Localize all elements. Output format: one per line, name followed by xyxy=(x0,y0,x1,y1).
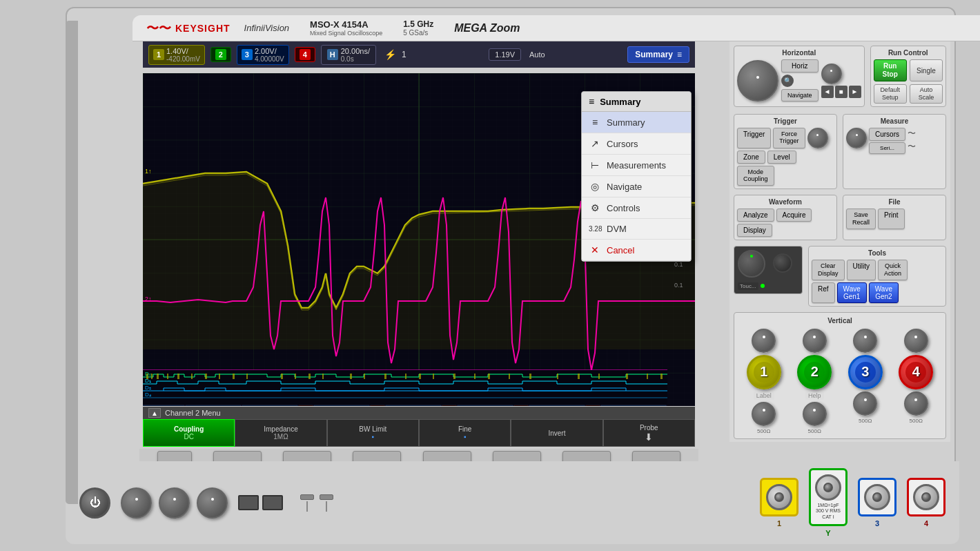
acquire-button[interactable]: Acquire xyxy=(776,209,812,222)
display-intensity-knob[interactable] xyxy=(738,250,765,278)
auto-scale-button[interactable]: Auto Scale xyxy=(910,84,943,104)
coupling-softkey[interactable]: Coupling DC xyxy=(143,419,235,447)
ch3-volt-knob[interactable] xyxy=(853,329,877,353)
measure-knob[interactable] xyxy=(846,128,867,148)
menu-header-title: Summary xyxy=(600,97,640,107)
bnc-ch2-label: Y xyxy=(825,529,830,537)
svg-rect-48 xyxy=(514,405,528,406)
channel-menu-bar: ▲ Channel 2 Menu xyxy=(143,407,695,419)
ch1-vertical: 1 Label 500Ω xyxy=(747,329,781,434)
wave-gen1-button[interactable]: WaveGen1 xyxy=(837,282,867,303)
bnc-ch2-spec: 1MΩ=1pF300 V RMSCAT I xyxy=(816,503,841,520)
run-stop-button[interactable]: Run Stop xyxy=(874,59,907,81)
scroll-up-button[interactable]: ▲ xyxy=(148,408,161,418)
horiz-knob[interactable] xyxy=(737,60,778,102)
horiz-run-row: Horizontal Horiz 🔍 Navigate xyxy=(729,41,950,111)
bnc-ch3[interactable] xyxy=(858,478,896,516)
svg-rect-40 xyxy=(186,405,241,406)
ch3-channel-button[interactable]: 3 xyxy=(848,355,883,389)
usb-port-2[interactable] xyxy=(262,495,283,510)
bnc-ch1[interactable] xyxy=(760,478,798,516)
display-knob-2[interactable] xyxy=(773,253,792,273)
navigate-button[interactable]: Navigate xyxy=(781,89,819,102)
search-button[interactable]: 🔍 xyxy=(781,75,794,87)
ch2-channel-button[interactable]: 2 xyxy=(797,355,832,389)
mini-scope-display: Touc... xyxy=(734,246,803,294)
zoom-knob[interactable] xyxy=(821,64,842,84)
horizontal-section: Horizontal Horiz 🔍 Navigate xyxy=(734,46,865,107)
level-button[interactable]: Level xyxy=(767,151,796,164)
ch3-pos-knob[interactable] xyxy=(853,392,877,416)
horiz-button[interactable]: Horiz xyxy=(781,59,819,72)
ref-button[interactable]: Ref xyxy=(812,282,835,303)
horiz-indicator[interactable]: H 20.00ns/ 0.0s xyxy=(321,45,376,65)
menu-item-navigate[interactable]: ◎ Navigate xyxy=(582,176,691,197)
utility-button[interactable]: Utility xyxy=(847,260,876,280)
file-buttons: SaveRecall Print xyxy=(846,209,943,229)
menu-item-controls[interactable]: ⚙ Controls xyxy=(582,197,691,219)
ch1-volt-knob[interactable] xyxy=(752,329,776,353)
nav-stop-icon[interactable]: ■ xyxy=(835,86,847,98)
invert-softkey[interactable]: Invert xyxy=(511,419,602,447)
wave-gen2-button[interactable]: WaveGen2 xyxy=(869,282,899,303)
bnc-ch2[interactable]: 1MΩ=1pF300 V RMSCAT I xyxy=(809,468,847,526)
ch4-indicator[interactable]: 4 xyxy=(295,47,315,62)
menu-item-summary[interactable]: ≡ Summary xyxy=(582,112,691,133)
ch3-indicator[interactable]: 3 2.00V/ 4.00000V xyxy=(237,45,289,65)
svg-rect-47 xyxy=(458,405,513,406)
save-recall-button[interactable]: SaveRecall xyxy=(846,209,876,229)
ch4-volt-knob[interactable] xyxy=(904,329,928,353)
print-button[interactable]: Print xyxy=(878,209,905,229)
touch-button[interactable]: Touc... xyxy=(738,282,758,290)
tools-section-title: Tools xyxy=(812,249,943,257)
menu-item-cursors[interactable]: ↗ Cursors xyxy=(582,133,691,155)
menu-item-cancel[interactable]: ✕ Cancel xyxy=(582,240,691,261)
quick-action-button[interactable]: QuickAction xyxy=(878,260,908,280)
probe-softkey[interactable]: Probe ⬇ xyxy=(603,419,695,447)
menu-item-measurements[interactable]: ⊢ Measurements xyxy=(582,155,691,176)
summary-button[interactable]: Summary ≡ xyxy=(627,46,689,63)
impedance-softkey[interactable]: Impedance 1MΩ xyxy=(235,419,326,447)
ch1-indicator[interactable]: 1 1.40V/ -420.00mV xyxy=(148,45,205,65)
trigger-num: 1 xyxy=(402,50,406,59)
single-button[interactable]: Single xyxy=(910,59,943,81)
front-knob-1[interactable] xyxy=(121,487,152,519)
usb-port-1[interactable] xyxy=(238,495,259,510)
trigger-indicator[interactable]: 1.19V xyxy=(489,48,521,61)
cursors-btn[interactable]: Cursors xyxy=(869,128,905,141)
nav-left-icon[interactable]: ◄ xyxy=(821,86,834,98)
trigger-level-knob[interactable] xyxy=(807,128,828,148)
ch2-pos-knob[interactable] xyxy=(803,402,827,426)
ch2-volt-knob[interactable] xyxy=(803,329,827,353)
front-knob-2[interactable] xyxy=(159,487,190,519)
ch1-pos-knob[interactable] xyxy=(752,402,776,426)
display-button[interactable]: Display xyxy=(737,224,772,237)
help-button[interactable]: Help xyxy=(805,392,824,400)
front-knob-3[interactable] xyxy=(197,487,228,519)
ch4-channel-button[interactable]: 4 xyxy=(899,355,933,389)
bnc-ch4[interactable] xyxy=(907,478,945,516)
wave-icon-2: 〜 xyxy=(908,141,916,153)
ch2-indicator[interactable]: 2 xyxy=(210,47,231,62)
nav-right-icon[interactable]: ► xyxy=(849,86,861,98)
ch4-pos-knob[interactable] xyxy=(904,392,928,416)
svg-rect-25 xyxy=(419,374,421,379)
bnc-ch2-inner xyxy=(823,483,833,492)
menu-item-dvm[interactable]: 3.28 DVM xyxy=(582,219,691,240)
trigger-button[interactable]: Trigger xyxy=(737,128,771,148)
power-button[interactable]: ⏻ xyxy=(79,487,110,519)
force-trigger-button[interactable]: ForceTrigger xyxy=(773,128,805,148)
label-button[interactable]: Label xyxy=(754,392,774,400)
menu-header: ≡ Summary xyxy=(582,92,691,112)
analyze-button[interactable]: Analyze xyxy=(737,209,774,222)
clear-display-button[interactable]: ClearDisplay xyxy=(812,260,845,280)
mode-coupling-button[interactable]: ModeCoupling xyxy=(737,166,774,186)
ch1-channel-button[interactable]: 1 xyxy=(747,355,781,389)
waveform-file-row: Waveform Analyze Acquire Display File Sa… xyxy=(729,192,950,243)
seri-button[interactable]: Seri... xyxy=(869,142,905,154)
zone-button[interactable]: Zone xyxy=(737,151,765,164)
dvm-icon: 3.28 xyxy=(589,225,601,233)
fine-softkey[interactable]: Fine ▪ xyxy=(419,419,511,447)
default-setup-button[interactable]: Default Setup xyxy=(874,84,907,104)
bwlimit-softkey[interactable]: BW Limit ▪ xyxy=(327,419,419,447)
